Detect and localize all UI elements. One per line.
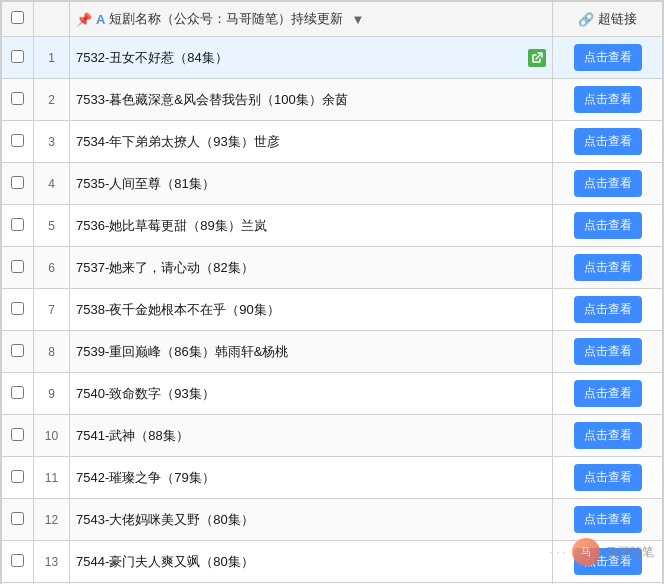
avatar-icon: 马 bbox=[581, 545, 591, 559]
view-button[interactable]: 点击查看 bbox=[574, 422, 642, 449]
view-button[interactable]: 点击查看 bbox=[574, 464, 642, 491]
row-checkbox-cell bbox=[2, 457, 34, 499]
row-title-text: 7537-她来了，请心动（82集） bbox=[76, 259, 546, 277]
row-title-text: 7544-豪门夫人爽又飒（80集） bbox=[76, 553, 546, 571]
row-checkbox-cell bbox=[2, 373, 34, 415]
row-number: 6 bbox=[34, 247, 70, 289]
row-link-cell: 点击查看 bbox=[553, 373, 663, 415]
row-title-cell: 7544-豪门夫人爽又飒（80集） bbox=[70, 541, 553, 583]
table-body: 17532-丑女不好惹（84集） 点击查看27533-暮色藏深意&风会替我告别（… bbox=[2, 37, 663, 585]
row-number: 3 bbox=[34, 121, 70, 163]
row-title-cell: 7532-丑女不好惹（84集） bbox=[70, 37, 553, 79]
table-row: 27533-暮色藏深意&风会替我告别（100集）余茵点击查看 bbox=[2, 79, 663, 121]
view-button[interactable]: 点击查看 bbox=[574, 380, 642, 407]
checkbox-header[interactable] bbox=[2, 2, 34, 37]
num-header bbox=[34, 2, 70, 37]
row-checkbox[interactable] bbox=[11, 470, 24, 483]
row-title-text: 7539-重回巅峰（86集）韩雨轩&杨桃 bbox=[76, 343, 546, 361]
table-row: 107541-武神（88集）点击查看 bbox=[2, 415, 663, 457]
link-col-label: 超链接 bbox=[598, 10, 637, 28]
row-number: 7 bbox=[34, 289, 70, 331]
view-button[interactable]: 点击查看 bbox=[574, 170, 642, 197]
view-button[interactable]: 点击查看 bbox=[574, 254, 642, 281]
link-header: 🔗 超链接 bbox=[553, 2, 663, 37]
row-link-cell: 点击查看 bbox=[553, 247, 663, 289]
row-checkbox[interactable] bbox=[11, 386, 24, 399]
column-title: 短剧名称（公众号：马哥随笔）持续更新 bbox=[109, 10, 343, 28]
row-checkbox-cell bbox=[2, 247, 34, 289]
table-row: 17532-丑女不好惹（84集） 点击查看 bbox=[2, 37, 663, 79]
row-number: 1 bbox=[34, 37, 70, 79]
row-checkbox-cell bbox=[2, 289, 34, 331]
row-link-cell: 点击查看 bbox=[553, 121, 663, 163]
table-row: 67537-她来了，请心动（82集）点击查看 bbox=[2, 247, 663, 289]
table-row: 77538-夜千金她根本不在乎（90集）点击查看 bbox=[2, 289, 663, 331]
row-number: 11 bbox=[34, 457, 70, 499]
row-title-text: 7535-人间至尊（81集） bbox=[76, 175, 546, 193]
row-number: 8 bbox=[34, 331, 70, 373]
name-header: 📌 A 短剧名称（公众号：马哥随笔）持续更新 ▼ bbox=[70, 2, 553, 37]
row-checkbox[interactable] bbox=[11, 218, 24, 231]
row-checkbox[interactable] bbox=[11, 92, 24, 105]
row-checkbox-cell bbox=[2, 79, 34, 121]
row-checkbox-cell bbox=[2, 415, 34, 457]
row-number: 5 bbox=[34, 205, 70, 247]
row-title-cell: 7541-武神（88集） bbox=[70, 415, 553, 457]
row-number: 2 bbox=[34, 79, 70, 121]
view-button[interactable]: 点击查看 bbox=[574, 86, 642, 113]
view-button[interactable]: 点击查看 bbox=[574, 44, 642, 71]
row-title-cell: 7535-人间至尊（81集） bbox=[70, 163, 553, 205]
pin-icon: 📌 bbox=[76, 12, 92, 27]
row-title-text: 7534-年下弟弟太撩人（93集）世彦 bbox=[76, 133, 546, 151]
row-checkbox[interactable] bbox=[11, 50, 24, 63]
view-button[interactable]: 点击查看 bbox=[574, 212, 642, 239]
row-title-cell: 7533-暮色藏深意&风会替我告别（100集）余茵 bbox=[70, 79, 553, 121]
row-checkbox-cell bbox=[2, 205, 34, 247]
watermark-avatar: 马 bbox=[572, 538, 600, 566]
row-checkbox[interactable] bbox=[11, 302, 24, 315]
row-checkbox[interactable] bbox=[11, 176, 24, 189]
table-row: 87539-重回巅峰（86集）韩雨轩&杨桃点击查看 bbox=[2, 331, 663, 373]
row-title-cell: 7539-重回巅峰（86集）韩雨轩&杨桃 bbox=[70, 331, 553, 373]
row-link-cell: 点击查看 bbox=[553, 457, 663, 499]
row-title-text: 7533-暮色藏深意&风会替我告别（100集）余茵 bbox=[76, 91, 546, 109]
row-checkbox[interactable] bbox=[11, 260, 24, 273]
row-checkbox[interactable] bbox=[11, 512, 24, 525]
row-link-cell: 点击查看 bbox=[553, 331, 663, 373]
row-number: 12 bbox=[34, 499, 70, 541]
table-row: 117542-璀璨之争（79集）点击查看 bbox=[2, 457, 663, 499]
table-row: 37534-年下弟弟太撩人（93集）世彦点击查看 bbox=[2, 121, 663, 163]
data-table: 📌 A 短剧名称（公众号：马哥随笔）持续更新 ▼ 🔗 超链接 17532-丑女不… bbox=[1, 1, 663, 584]
external-link-icon[interactable] bbox=[528, 49, 546, 67]
view-button[interactable]: 点击查看 bbox=[574, 128, 642, 155]
row-title-text: 7540-致命数字（93集） bbox=[76, 385, 546, 403]
select-all-checkbox[interactable] bbox=[11, 11, 24, 24]
row-title-cell: 7540-致命数字（93集） bbox=[70, 373, 553, 415]
row-checkbox[interactable] bbox=[11, 134, 24, 147]
row-link-cell: 点击查看 bbox=[553, 499, 663, 541]
row-link-cell: 点击查看 bbox=[553, 205, 663, 247]
row-checkbox[interactable] bbox=[11, 428, 24, 441]
row-checkbox-cell bbox=[2, 541, 34, 583]
row-checkbox[interactable] bbox=[11, 344, 24, 357]
row-checkbox[interactable] bbox=[11, 554, 24, 567]
row-title-cell: 7543-大佬妈咪美又野（80集） bbox=[70, 499, 553, 541]
row-title-text: 7532-丑女不好惹（84集） bbox=[76, 49, 524, 67]
row-title-cell: 7534-年下弟弟太撩人（93集）世彦 bbox=[70, 121, 553, 163]
table-row: 47535-人间至尊（81集）点击查看 bbox=[2, 163, 663, 205]
row-checkbox-cell bbox=[2, 163, 34, 205]
row-link-cell: 点击查看 bbox=[553, 79, 663, 121]
filter-icon[interactable]: ▼ bbox=[351, 12, 364, 27]
view-button[interactable]: 点击查看 bbox=[574, 506, 642, 533]
row-title-text: 7536-她比草莓更甜（89集）兰岚 bbox=[76, 217, 546, 235]
row-title-cell: 7537-她来了，请心动（82集） bbox=[70, 247, 553, 289]
table-row: 127543-大佬妈咪美又野（80集）点击查看 bbox=[2, 499, 663, 541]
row-title-text: 7542-璀璨之争（79集） bbox=[76, 469, 546, 487]
watermark-dots: · · · bbox=[549, 545, 566, 559]
row-title-text: 7538-夜千金她根本不在乎（90集） bbox=[76, 301, 546, 319]
view-button[interactable]: 点击查看 bbox=[574, 338, 642, 365]
row-link-cell: 点击查看 bbox=[553, 289, 663, 331]
view-button[interactable]: 点击查看 bbox=[574, 296, 642, 323]
row-number: 10 bbox=[34, 415, 70, 457]
row-title-text: 7541-武神（88集） bbox=[76, 427, 546, 445]
